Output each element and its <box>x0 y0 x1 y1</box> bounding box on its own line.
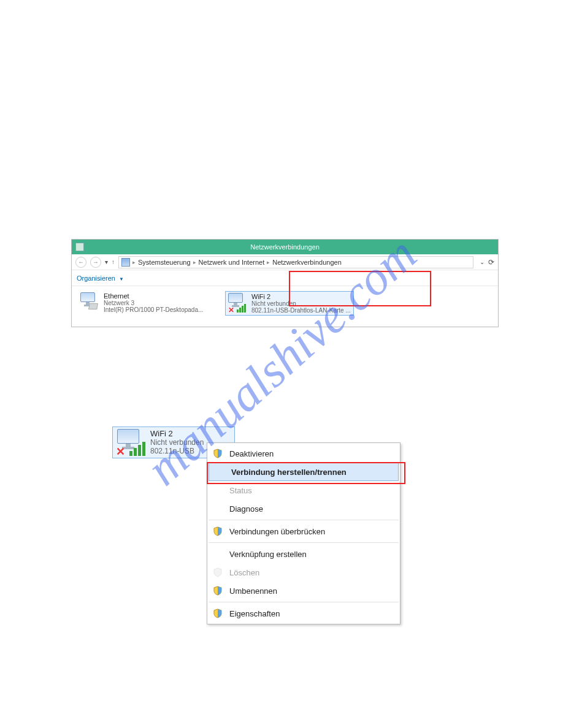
shield-icon <box>212 567 223 578</box>
connection-status: Nicht verbunden <box>251 300 351 307</box>
connection-title: WiFi 2 <box>251 293 351 300</box>
menu-item-label: Umbenennen <box>229 586 277 596</box>
menu-item-label: Verbindung herstellen/trennen <box>231 468 347 477</box>
blank-icon <box>212 548 223 559</box>
menu-item-status: Status <box>207 481 400 499</box>
chevron-right-icon: ▸ <box>193 259 196 265</box>
toolbar: Organisieren ▼ <box>72 270 498 286</box>
blank-icon <box>214 466 225 477</box>
connection-ethernet[interactable]: Ethernet Netzwerk 3 Intel(R) PRO/1000 PT… <box>78 291 207 314</box>
up-button[interactable]: ↑ <box>112 259 115 265</box>
menu-separator <box>209 520 399 520</box>
disconnected-icon: ✕ <box>116 446 125 457</box>
window-titlebar: Netzwerkverbindungen <box>72 240 498 254</box>
organize-button[interactable]: Organisieren ▼ <box>77 275 124 282</box>
menu-item-label: Verbindungen überbrücken <box>229 527 325 536</box>
connection-device: 802.11n-USB-Drahtlos-LAN-Karte ... <box>251 307 351 314</box>
history-dropdown-icon[interactable]: ▾ <box>105 259 108 265</box>
menu-item-shortcut[interactable]: Verknüpfung erstellen <box>207 545 400 563</box>
refresh-button[interactable]: ⟳ <box>488 258 494 267</box>
menu-item-label: Verknüpfung erstellen <box>229 550 307 559</box>
chevron-down-icon: ▼ <box>119 276 124 282</box>
connection-device: Intel(R) PRO/1000 PT-Desktopada... <box>104 306 203 313</box>
wifi-icon: ✕ <box>116 429 147 456</box>
breadcrumb-item[interactable]: Netzwerkverbindungen <box>272 259 342 266</box>
menu-item-deactivate[interactable]: Deaktivieren <box>207 444 400 463</box>
blank-icon <box>212 503 223 514</box>
context-menu: Deaktivieren Verbindung herstellen/trenn… <box>207 442 400 624</box>
connection-status: Nicht verbunden <box>150 438 204 447</box>
shield-icon <box>212 585 223 596</box>
nav-row: ← → ▾ ↑ ▸ Systemsteuerung ▸ Netzwerk und… <box>72 254 498 270</box>
menu-item-label: Eigenschaften <box>229 609 280 618</box>
menu-item-label: Diagnose <box>229 504 263 514</box>
shield-icon <box>212 608 223 619</box>
menu-item-connect[interactable]: Verbindung herstellen/trennen <box>209 463 399 481</box>
breadcrumb-bar[interactable]: ▸ Systemsteuerung ▸ Netzwerk und Interne… <box>118 256 473 268</box>
breadcrumb-item[interactable]: Netzwerk und Internet <box>199 259 265 266</box>
blank-icon <box>212 485 223 496</box>
connection-status: Netzwerk 3 <box>104 300 203 306</box>
menu-item-delete: Löschen <box>207 563 400 582</box>
chevron-down-icon[interactable]: ⌄ <box>480 259 484 265</box>
menu-item-properties[interactable]: Eigenschaften <box>207 604 400 623</box>
ethernet-icon <box>80 292 100 312</box>
connection-title: Ethernet <box>104 292 203 300</box>
shield-icon <box>212 526 223 537</box>
window-system-icon <box>75 243 84 251</box>
menu-item-label: Status <box>229 486 252 495</box>
organize-label: Organisieren <box>77 275 115 282</box>
back-button[interactable]: ← <box>75 257 86 268</box>
menu-item-rename[interactable]: Umbenennen <box>207 582 400 600</box>
shield-icon <box>212 448 223 459</box>
menu-item-label: Deaktivieren <box>229 449 274 458</box>
wifi-icon: ✕ <box>228 293 248 313</box>
window-title: Netzwerkverbindungen <box>250 243 320 251</box>
menu-item-bridge[interactable]: Verbindungen überbrücken <box>207 522 400 540</box>
network-connections-window: Netzwerkverbindungen ← → ▾ ↑ ▸ Systemste… <box>71 239 499 327</box>
connection-title: WiFi 2 <box>150 429 204 438</box>
control-panel-icon <box>121 258 130 267</box>
forward-button[interactable]: → <box>90 257 101 268</box>
menu-item-diagnose[interactable]: Diagnose <box>207 499 400 518</box>
connection-device: 802.11n-USB <box>150 447 204 455</box>
chevron-right-icon: ▸ <box>132 259 136 265</box>
context-menu-screenshot: ✕ WiFi 2 Nicht verbunden 802.11n-USB Dea… <box>112 427 402 458</box>
connection-wifi2[interactable]: ✕ WiFi 2 Nicht verbunden 802.11n-USB-Dra… <box>225 291 354 316</box>
menu-item-label: Löschen <box>229 568 259 577</box>
connections-area: Ethernet Netzwerk 3 Intel(R) PRO/1000 PT… <box>72 286 498 327</box>
chevron-right-icon: ▸ <box>267 259 270 265</box>
breadcrumb-item[interactable]: Systemsteuerung <box>138 259 191 266</box>
disconnected-icon: ✕ <box>228 306 236 314</box>
menu-separator <box>209 542 399 543</box>
menu-separator <box>209 602 399 602</box>
